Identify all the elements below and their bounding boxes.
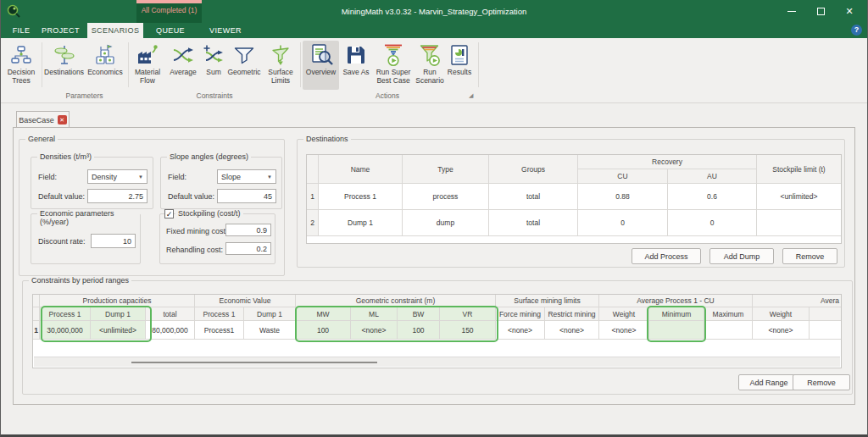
horizontal-scrollbar[interactable] bbox=[34, 357, 840, 367]
column-header-groups: Groups bbox=[489, 155, 578, 184]
column-header: Process 1 bbox=[40, 307, 91, 321]
table-cell[interactable]: <unlimited> bbox=[757, 184, 841, 210]
densities-default-input[interactable]: 2.75 bbox=[87, 189, 147, 203]
column-header: Process 1 bbox=[195, 307, 244, 321]
table-cell[interactable]: 80,000,000 bbox=[146, 321, 194, 340]
table-cell[interactable]: process bbox=[403, 184, 489, 210]
column-header-au: AU bbox=[668, 169, 757, 184]
ribbon-button-run-super-best-case[interactable]: Run Super Best Case bbox=[373, 41, 414, 90]
table-cell[interactable]: <none> bbox=[496, 321, 545, 340]
table-cell[interactable]: 150 bbox=[440, 321, 495, 340]
ribbon-group-constraints: Constraints bbox=[130, 91, 299, 102]
table-cell[interactable] bbox=[810, 321, 841, 340]
table-cell[interactable]: 100 bbox=[398, 321, 440, 340]
ribbon-button-label: Material Flow bbox=[130, 68, 165, 85]
ribbon-button-label: Destinations bbox=[44, 68, 84, 76]
slope-field-dropdown[interactable]: Slope▼ bbox=[217, 169, 276, 184]
ribbon-button-overview[interactable]: Overview bbox=[303, 41, 339, 90]
ribbon-button-geometric[interactable]: Geometric bbox=[226, 41, 262, 90]
ribbon-button-decision-trees[interactable]: Decision Trees bbox=[3, 41, 40, 90]
add-range-button[interactable]: Add Range bbox=[738, 374, 799, 390]
table-cell[interactable] bbox=[704, 321, 752, 340]
table-cell[interactable]: 0 bbox=[578, 210, 668, 236]
table-cell[interactable]: 0.88 bbox=[578, 184, 668, 210]
maximize-button[interactable] bbox=[806, 0, 835, 23]
rehandling-cost-input[interactable]: 0.2 bbox=[225, 242, 271, 255]
ribbon-button-label: Overview bbox=[306, 68, 336, 76]
queue-status-bar bbox=[136, 0, 202, 3]
column-header-name: Name bbox=[319, 155, 403, 184]
ribbon-button-material-flow[interactable]: Material Flow bbox=[130, 41, 165, 90]
ribbon-button-run-scenario[interactable]: Run Scenario bbox=[415, 41, 445, 90]
average-icon bbox=[172, 42, 194, 68]
table-cell[interactable]: <none> bbox=[753, 321, 810, 340]
menu-tab-file[interactable]: FILE bbox=[8, 23, 35, 38]
remove-destination-button[interactable]: Remove bbox=[782, 248, 837, 264]
group-header: Average Process 1 - CU bbox=[599, 295, 752, 307]
table-cell[interactable]: total bbox=[489, 184, 578, 210]
document-tab-basecase[interactable]: BaseCase ✕ bbox=[16, 111, 70, 128]
actions-dialog-launcher-icon[interactable]: ◢ bbox=[469, 92, 473, 99]
discount-rate-input[interactable]: 10 bbox=[91, 234, 136, 248]
table-cell[interactable] bbox=[757, 210, 841, 236]
menu-tab-scenarios[interactable]: SCENARIOS bbox=[87, 23, 143, 38]
table-cell[interactable]: Waste bbox=[244, 321, 295, 340]
ribbon-separator bbox=[300, 42, 301, 87]
ribbon-button-label: Run Scenario bbox=[415, 68, 445, 85]
row-number-column: 1 bbox=[33, 295, 40, 340]
table-cell[interactable]: <none> bbox=[599, 321, 649, 340]
ribbon-button-average[interactable]: Average bbox=[166, 41, 200, 90]
table-cell[interactable]: 0 bbox=[668, 210, 757, 236]
table-cell[interactable]: <unlimited> bbox=[91, 321, 146, 340]
table-cell[interactable]: dump bbox=[403, 210, 489, 236]
densities-field-dropdown[interactable]: Density▼ bbox=[87, 169, 147, 184]
fixed-mining-cost-label: Fixed mining cost: bbox=[166, 227, 228, 235]
menu-tab-viewer[interactable]: VIEWER bbox=[206, 23, 245, 38]
help-icon[interactable]: ? bbox=[851, 25, 862, 36]
ribbon-button-sum[interactable]: Sum bbox=[201, 41, 226, 90]
table-cell[interactable]: <none> bbox=[351, 321, 398, 340]
slope-default-value: 45 bbox=[264, 192, 272, 201]
recovery-column-group: Recovery CU 0.88 0 AU 0.6 0 bbox=[578, 155, 757, 236]
table-cell[interactable]: 30,000,000 bbox=[40, 321, 91, 340]
table-cell[interactable]: Process1 bbox=[195, 321, 244, 340]
table-cell[interactable]: Dump 1 bbox=[319, 210, 403, 236]
remove-range-button[interactable]: Remove bbox=[793, 374, 850, 390]
row-number-column: 1 2 bbox=[307, 155, 319, 236]
minimize-button[interactable] bbox=[777, 0, 806, 23]
table-cell[interactable]: <none> bbox=[545, 321, 598, 340]
stockpile-column: Stockpile limit (t) <unlimited> bbox=[757, 155, 841, 236]
tab-close-icon[interactable]: ✕ bbox=[58, 115, 67, 124]
menu-tab-queue[interactable]: QUEUE bbox=[152, 23, 189, 38]
ribbon-separator bbox=[478, 42, 479, 87]
slope-groupbox: Slope angles (degrees) Field: Slope▼ Def… bbox=[160, 157, 282, 209]
table-cell[interactable]: Process 1 bbox=[319, 184, 403, 210]
stockpiling-checkbox[interactable]: ✓ bbox=[164, 209, 174, 218]
chevron-down-icon: ▼ bbox=[267, 174, 272, 180]
ribbon-button-save-as[interactable]: Save As bbox=[340, 41, 372, 90]
destinations-title: Destinations bbox=[303, 135, 351, 143]
destinations-table: 1 2 Name Process 1 Dump 1 Type process d… bbox=[306, 154, 842, 244]
column-header: VR bbox=[440, 307, 495, 321]
ribbon-button-economics[interactable]: Economics bbox=[86, 41, 125, 90]
column-header-stockpile: Stockpile limit (t) bbox=[757, 155, 841, 184]
scrollbar-thumb[interactable] bbox=[131, 362, 377, 363]
ribbon-button-results[interactable]: Results bbox=[445, 41, 474, 90]
table-cell[interactable] bbox=[649, 321, 704, 340]
slope-default-input[interactable]: 45 bbox=[217, 189, 276, 203]
run-scenario-icon bbox=[418, 42, 442, 68]
economics-icon bbox=[94, 42, 116, 68]
table-cell[interactable]: 100 bbox=[296, 321, 351, 340]
ribbon-button-label: Save As bbox=[342, 68, 369, 76]
ribbon-button-surface-limits[interactable]: Surface Limits bbox=[263, 41, 298, 90]
add-dump-button[interactable]: Add Dump bbox=[709, 248, 774, 264]
fixed-mining-cost-input[interactable]: 0.9 bbox=[225, 224, 271, 236]
menu-tab-bar: FILE PROJECT SCENARIOS QUEUE VIEWER bbox=[1, 23, 867, 38]
add-process-button[interactable]: Add Process bbox=[632, 248, 701, 264]
ribbon-button-destinations[interactable]: Destinations bbox=[44, 41, 84, 90]
densities-field-label: Field: bbox=[38, 173, 57, 181]
close-button[interactable]: ✕ bbox=[835, 0, 864, 23]
table-cell[interactable]: 0.6 bbox=[668, 184, 757, 210]
table-cell[interactable]: total bbox=[489, 210, 578, 236]
menu-tab-project[interactable]: PROJECT bbox=[42, 23, 79, 38]
